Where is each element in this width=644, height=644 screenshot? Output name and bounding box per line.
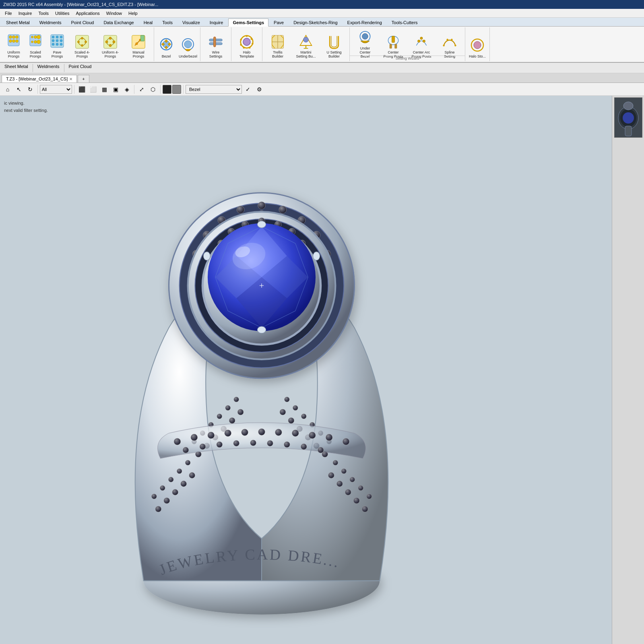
btn-scaled-prongs[interactable]: Scaled Prongs: [25, 28, 46, 60]
svg-point-74: [418, 40, 420, 42]
filter-select[interactable]: All: [40, 85, 72, 94]
btn-color2[interactable]: [172, 85, 181, 94]
svg-point-139: [343, 438, 349, 445]
btn-view2[interactable]: ⬜: [88, 84, 98, 95]
btn-wire-view[interactable]: ⬡: [148, 84, 158, 95]
svg-point-6: [16, 40, 19, 43]
tab-inquire[interactable]: Inquire: [205, 19, 228, 26]
menu-applications[interactable]: Applications: [73, 10, 103, 17]
btn-trellis-builder[interactable]: Trellis Builder: [264, 28, 291, 60]
tab-pave[interactable]: Pave: [269, 19, 288, 26]
tab-visualize[interactable]: Visualize: [178, 19, 204, 26]
menu-file[interactable]: File: [2, 10, 15, 17]
tab-tools[interactable]: Tools: [158, 19, 177, 26]
tab-export-rendering[interactable]: Export-Rendering: [343, 19, 386, 26]
btn-filter-settings[interactable]: ⚙: [254, 84, 264, 95]
svg-point-48: [184, 41, 192, 48]
svg-point-20: [60, 39, 62, 42]
btn-filter-confirm[interactable]: ✓: [243, 84, 253, 95]
btn-uniform-prongs[interactable]: Uniform Prongs: [3, 28, 24, 60]
svg-point-151: [258, 202, 266, 209]
svg-point-134: [258, 429, 265, 436]
btn-home[interactable]: ⌂: [2, 84, 13, 95]
svg-point-54: [246, 35, 248, 37]
tb2-weldments[interactable]: Weldments: [35, 64, 62, 72]
svg-point-128: [285, 397, 290, 402]
doc-tabs: T.Z3 - [Webinar_Oct23_14_CS] ✕ +: [0, 73, 644, 83]
btn-manual-prongs[interactable]: Manual Prongs: [125, 28, 152, 60]
btn-underbezel[interactable]: Underbezel: [178, 28, 198, 60]
svg-point-138: [326, 434, 332, 441]
svg-point-22: [56, 43, 58, 45]
svg-rect-51: [214, 37, 216, 47]
svg-point-5: [12, 40, 15, 43]
svg-point-152: [279, 206, 287, 213]
doc-tab-add-icon: +: [82, 76, 85, 81]
svg-point-10: [37, 35, 41, 39]
svg-point-33: [113, 41, 115, 43]
btn-cursor[interactable]: ↖: [14, 84, 24, 95]
tab-design-sketches-ring[interactable]: Design-Sketches-Ring: [289, 19, 342, 26]
menu-tools[interactable]: Tools: [35, 10, 52, 17]
main-area: ic viewing. next valid filter setting.: [0, 96, 644, 644]
menu-help[interactable]: Help: [125, 10, 141, 17]
ring-svg: JEWELRY CAD DRE...: [0, 96, 612, 644]
btn-scaled-4-prongs[interactable]: Scaled 4-Prongs: [68, 28, 96, 60]
tb2-sheet-metal[interactable]: Sheet Metal: [2, 64, 31, 72]
svg-point-57: [249, 47, 251, 49]
tab-data-exchange[interactable]: Data Exchange: [99, 19, 138, 26]
tab-weldments[interactable]: Weldments: [35, 19, 66, 26]
btn-u-setting[interactable]: U Setting Builder: [320, 28, 348, 60]
btn-halo-template[interactable]: Halo Template: [233, 28, 260, 60]
btn-view3[interactable]: ▦: [99, 84, 109, 95]
btn-zoom-fit[interactable]: ⤢: [136, 84, 147, 95]
svg-point-75: [420, 37, 423, 39]
svg-point-29: [77, 41, 79, 43]
svg-point-106: [234, 397, 239, 402]
btn-color1[interactable]: [163, 85, 171, 94]
svg-point-133: [242, 429, 248, 436]
svg-point-126: [301, 414, 306, 419]
btn-wire-settings[interactable]: Wire Settings: [202, 28, 229, 60]
btn-martini-setting[interactable]: Martini Setting Bu...: [292, 28, 320, 60]
svg-point-18: [52, 39, 54, 42]
doc-tab-active[interactable]: T.Z3 - [Webinar_Oct23_14_CS] ✕: [2, 75, 77, 83]
btn-view5[interactable]: ◈: [122, 84, 132, 95]
tab-sheet-metal[interactable]: Sheet Metal: [2, 19, 34, 26]
filter-mode-select[interactable]: Bezel: [186, 85, 242, 94]
tab-gems-settings[interactable]: Gems-Settings: [228, 19, 268, 27]
btn-view1[interactable]: ⬛: [76, 84, 87, 95]
viewport[interactable]: ic viewing. next valid filter setting.: [0, 96, 612, 644]
svg-point-107: [362, 506, 368, 512]
svg-point-4: [9, 40, 12, 43]
btn-pave-prongs[interactable]: Pave Prongs: [47, 28, 68, 60]
btn-halo-sto[interactable]: Halo Sto...: [467, 28, 488, 60]
btn-uniform-4-prongs[interactable]: Uniform 4-Prongs: [97, 28, 124, 60]
tab-tools-cutters[interactable]: Tools-Cutters: [387, 19, 422, 26]
svg-point-11: [31, 41, 33, 43]
doc-tab-add[interactable]: +: [78, 75, 89, 83]
btn-wire-settings-label: Wire Settings: [205, 51, 226, 59]
menu-inquire[interactable]: Inquire: [15, 10, 35, 17]
svg-point-79: [451, 39, 453, 41]
svg-point-26: [81, 37, 83, 39]
side-thumbnail[interactable]: [614, 97, 642, 138]
title-bar: ZW3D 2015 RC x64 Assembly - [Webinar_Oct…: [0, 0, 644, 9]
btn-halo-sto-label: Halo Sto...: [469, 55, 486, 59]
btn-rotate[interactable]: ↻: [25, 84, 35, 95]
svg-point-131: [208, 432, 215, 439]
menu-window[interactable]: Window: [103, 10, 125, 17]
svg-point-100: [237, 409, 244, 415]
svg-point-9: [34, 36, 37, 39]
setting-wizard-label: Setting Wizard: [350, 56, 465, 60]
svg-point-140: [183, 447, 189, 453]
menu-utilities[interactable]: Utilities: [52, 10, 72, 17]
btn-u-setting-label: U Setting Builder: [324, 51, 345, 59]
btn-bezel[interactable]: Bezel: [156, 28, 177, 60]
doc-tab-close-btn[interactable]: ✕: [69, 77, 72, 81]
tb2-point-cloud[interactable]: Point Cloud: [66, 64, 95, 72]
info-line2: next valid filter setting.: [4, 107, 48, 114]
btn-view4[interactable]: ▣: [110, 84, 121, 95]
tab-point-cloud[interactable]: Point Cloud: [67, 19, 99, 26]
tab-heal[interactable]: Heal: [139, 19, 157, 26]
